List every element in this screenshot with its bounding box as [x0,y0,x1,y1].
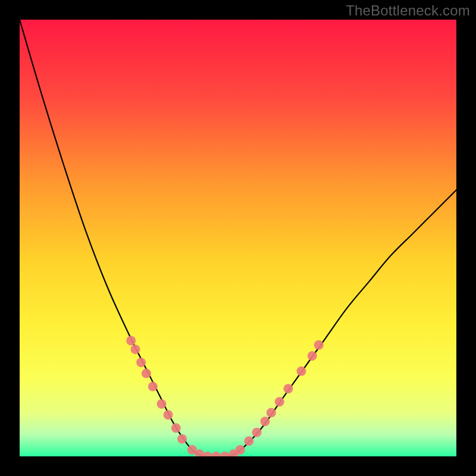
data-marker [126,336,136,345]
data-marker [267,408,276,418]
data-marker [131,345,140,354]
data-marker [252,428,262,437]
data-marker [244,436,253,446]
data-marker [283,384,293,393]
data-marker [157,399,167,409]
data-marker [275,397,284,406]
data-marker [296,367,306,376]
data-marker [177,434,187,444]
data-marker [314,340,324,350]
data-marker [148,382,158,392]
data-marker [164,410,173,419]
chart-frame: TheBottleneck.com [0,0,476,476]
data-marker [308,351,317,361]
data-marker [236,445,245,455]
data-marker [171,423,181,433]
data-marker [261,416,270,426]
data-marker [142,369,151,378]
watermark-text: TheBottleneck.com [346,2,470,19]
data-marker [136,358,146,367]
bottleneck-chart [20,20,456,456]
plot-area [20,20,456,456]
gradient-background [20,20,456,456]
